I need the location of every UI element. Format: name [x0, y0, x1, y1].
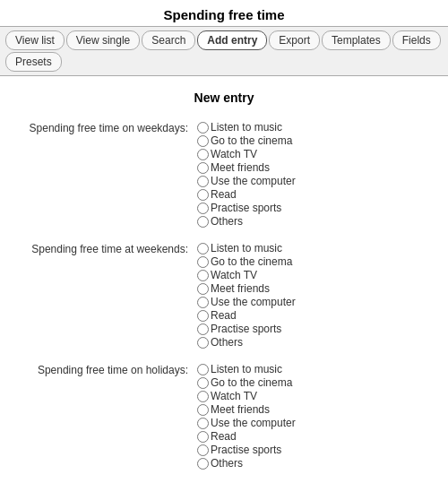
section-title: New entry — [18, 91, 430, 105]
radio-item[interactable]: Others — [197, 215, 296, 228]
label-weekdays: Spending free time on weekdays: — [18, 121, 197, 134]
radio-item[interactable]: Watch TV — [197, 390, 296, 402]
radio-item[interactable]: Listen to music — [197, 363, 296, 375]
radio-item[interactable]: Meet friends — [197, 403, 296, 416]
radio-label: Go to the cinema — [211, 376, 292, 389]
radio-item[interactable]: Use the computer — [197, 296, 296, 308]
radio-label: Meet friends — [211, 403, 270, 416]
radio-label: Use the computer — [211, 417, 296, 429]
tab-view-single[interactable]: View single — [66, 30, 140, 50]
radio-group-weekends: Listen to musicGo to the cinemaWatch TVM… — [197, 242, 296, 349]
radio-label: Read — [211, 309, 237, 322]
radio-weekdays-0[interactable] — [197, 122, 209, 134]
radio-item[interactable]: Watch TV — [197, 148, 296, 160]
tab-bar: View listView singleSearchAdd entryExpor… — [0, 26, 448, 76]
radio-weekdays-1[interactable] — [197, 135, 209, 147]
title-bar: Spending free time — [0, 0, 448, 26]
radio-label: Watch TV — [211, 269, 257, 281]
radio-item[interactable]: Meet friends — [197, 282, 296, 295]
radio-weekends-2[interactable] — [197, 270, 209, 281]
radio-label: Listen to music — [211, 363, 282, 375]
tab-view-list[interactable]: View list — [5, 30, 65, 50]
label-weekends: Spending free time at weekends: — [18, 242, 197, 255]
radio-weekdays-7[interactable] — [197, 216, 209, 228]
radio-item[interactable]: Practise sports — [197, 323, 296, 335]
tab-templates[interactable]: Templates — [322, 30, 391, 50]
radio-weekends-6[interactable] — [197, 323, 209, 335]
radio-weekends-7[interactable] — [197, 337, 209, 349]
tab-presets[interactable]: Presets — [5, 52, 62, 72]
radio-label: Practise sports — [211, 323, 281, 335]
radio-label: Watch TV — [211, 390, 257, 402]
radio-item[interactable]: Listen to music — [197, 242, 296, 254]
radio-label: Read — [211, 430, 237, 443]
radio-label: Go to the cinema — [211, 255, 292, 268]
tab-export[interactable]: Export — [269, 30, 320, 50]
radio-holidays-7[interactable] — [197, 458, 209, 470]
radio-holidays-1[interactable] — [197, 377, 209, 389]
radio-weekends-4[interactable] — [197, 297, 209, 308]
radio-item[interactable]: Go to the cinema — [197, 255, 296, 268]
radio-weekends-5[interactable] — [197, 310, 209, 322]
radio-label: Watch TV — [211, 148, 257, 160]
radio-weekdays-2[interactable] — [197, 149, 209, 160]
form-group-weekends: Spending free time at weekends:Listen to… — [18, 242, 430, 349]
radio-weekdays-3[interactable] — [197, 162, 209, 174]
radio-label: Meet friends — [211, 161, 270, 174]
page-title: Spending free time — [163, 7, 284, 22]
radio-label: Practise sports — [211, 202, 281, 214]
radio-weekends-1[interactable] — [197, 256, 209, 268]
radio-item[interactable]: Read — [197, 188, 296, 201]
radio-holidays-0[interactable] — [197, 364, 209, 375]
radio-item[interactable]: Listen to music — [197, 121, 296, 134]
radio-holidays-4[interactable] — [197, 418, 209, 429]
radio-label: Listen to music — [211, 121, 282, 134]
radio-weekends-3[interactable] — [197, 283, 209, 295]
radio-item[interactable]: Practise sports — [197, 444, 296, 456]
radio-item[interactable]: Others — [197, 336, 296, 349]
radio-item[interactable]: Watch TV — [197, 269, 296, 281]
radio-label: Use the computer — [211, 296, 296, 308]
radio-item[interactable]: Use the computer — [197, 175, 296, 187]
radio-holidays-6[interactable] — [197, 444, 209, 456]
radio-weekends-0[interactable] — [197, 243, 209, 254]
radio-weekdays-6[interactable] — [197, 203, 209, 214]
radio-item[interactable]: Use the computer — [197, 417, 296, 429]
radio-label: Listen to music — [211, 242, 282, 254]
tab-add-entry[interactable]: Add entry — [197, 30, 267, 50]
label-holidays: Spending free time on holidays: — [18, 363, 197, 376]
radio-holidays-3[interactable] — [197, 404, 209, 416]
tab-fields[interactable]: Fields — [392, 30, 441, 50]
tab-search[interactable]: Search — [142, 30, 195, 50]
radio-label: Practise sports — [211, 444, 281, 456]
radio-item[interactable]: Practise sports — [197, 202, 296, 214]
radio-label: Use the computer — [211, 175, 296, 187]
radio-weekdays-5[interactable] — [197, 189, 209, 201]
radio-holidays-2[interactable] — [197, 391, 209, 402]
form-group-weekdays: Spending free time on weekdays:Listen to… — [18, 121, 430, 228]
radio-group-holidays: Listen to musicGo to the cinemaWatch TVM… — [197, 363, 296, 470]
radio-label: Go to the cinema — [211, 134, 292, 147]
radio-label: Read — [211, 188, 237, 201]
radio-item[interactable]: Go to the cinema — [197, 134, 296, 147]
radio-weekdays-4[interactable] — [197, 176, 209, 187]
radio-label: Meet friends — [211, 282, 270, 295]
radio-item[interactable]: Meet friends — [197, 161, 296, 174]
radio-holidays-5[interactable] — [197, 431, 209, 443]
radio-label: Others — [211, 215, 243, 228]
radio-group-weekdays: Listen to musicGo to the cinemaWatch TVM… — [197, 121, 296, 228]
form-group-holidays: Spending free time on holidays:Listen to… — [18, 363, 430, 470]
radio-item[interactable]: Go to the cinema — [197, 376, 296, 389]
radio-label: Others — [211, 336, 243, 349]
radio-item[interactable]: Others — [197, 457, 296, 470]
radio-item[interactable]: Read — [197, 430, 296, 443]
radio-label: Others — [211, 457, 243, 470]
radio-item[interactable]: Read — [197, 309, 296, 322]
